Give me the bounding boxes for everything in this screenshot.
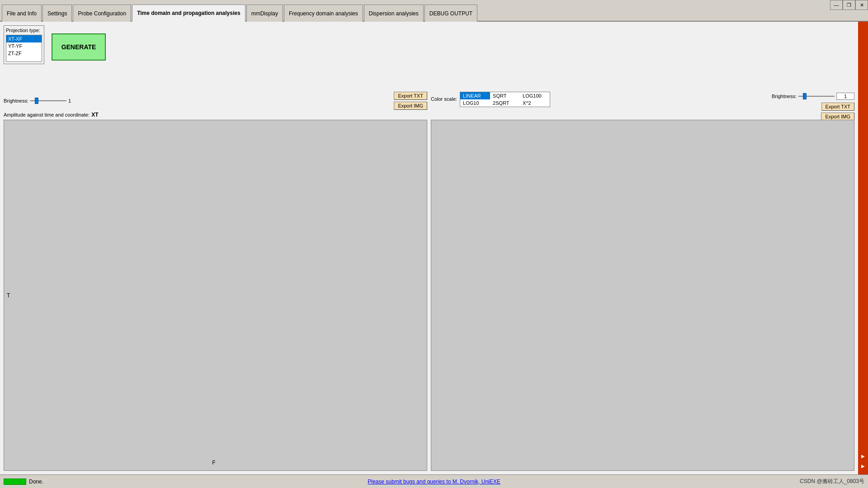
window-controls: — ❐ ✕ <box>830 0 868 10</box>
color-scale-label: Color scale: <box>431 96 457 102</box>
projection-item-ytyf[interactable]: YT-YF <box>6 42 42 50</box>
color-scale-linear[interactable]: LINEAR <box>460 92 490 99</box>
projection-item-ztzf[interactable]: ZT-ZF <box>6 50 42 57</box>
right-export-buttons: Export TXT Export IMG <box>772 103 854 121</box>
color-scale-2sqrt[interactable]: 2SQRT <box>490 99 520 107</box>
left-brightness-value: 1 <box>68 98 71 103</box>
tab-settings-label: Settings <box>47 10 67 17</box>
left-export-txt-button[interactable]: Export TXT <box>394 92 427 100</box>
sidebar-icon-2[interactable]: ▶ <box>859 462 867 470</box>
tab-settings[interactable]: Settings <box>42 5 72 22</box>
tab-time-domain-label: Time domain and propagation analysies <box>137 10 241 16</box>
right-top-right: Brightness: Export TXT Export IMG <box>772 92 854 121</box>
tab-mm-display[interactable]: mmDisplay <box>246 5 283 22</box>
status-credit: CSDN @搬砖工人_0803号 <box>800 478 864 485</box>
projection-list[interactable]: XT-XF YT-YF ZT-ZF <box>6 35 42 62</box>
left-amplitude-label: Amplitude against time and coordinate: <box>4 112 90 117</box>
right-plot-canvas <box>431 120 854 471</box>
close-button[interactable]: ✕ <box>855 0 868 10</box>
left-plot-canvas: T F <box>4 120 427 471</box>
color-scale-sqrt[interactable]: SQRT <box>490 92 520 99</box>
status-link[interactable]: Please submit bugs and queries to M. Dvo… <box>368 479 500 485</box>
main-content: Projection type: XT-XF YT-YF ZT-ZF GENER… <box>0 22 868 474</box>
left-export-img-button[interactable]: Export IMG <box>394 102 427 110</box>
progress-bar <box>4 479 26 485</box>
tab-dispersion[interactable]: Dispersion analysies <box>364 5 424 22</box>
tab-freq-domain-label: Frequency domain analysies <box>289 10 358 17</box>
tab-file-info-label: File and Info <box>7 10 37 17</box>
color-scale-log100[interactable]: LOG100 <box>520 92 550 99</box>
color-scale-x2[interactable]: X^2 <box>520 99 550 107</box>
status-text: Done. <box>29 479 43 485</box>
left-amplitude-type: XT <box>91 112 98 118</box>
right-sidebar: ▶ ▶ <box>858 22 868 474</box>
tab-bar: File and Info Settings Probe Configurati… <box>0 0 868 22</box>
tab-dispersion-label: Dispersion analysies <box>369 10 419 17</box>
tab-probe-config[interactable]: Probe Configuration <box>73 5 131 22</box>
tab-freq-domain[interactable]: Frequency domain analysies <box>284 5 363 22</box>
status-left: Done. <box>4 479 43 485</box>
left-export-buttons: Export TXT Export IMG <box>394 92 427 110</box>
right-slider-thumb <box>803 93 807 99</box>
top-controls: Projection type: XT-XF YT-YF ZT-ZF GENER… <box>4 25 864 64</box>
status-bar: Done. Please submit bugs and queries to … <box>0 474 868 488</box>
projection-label: Projection type: <box>6 28 42 33</box>
projection-box: Projection type: XT-XF YT-YF ZT-ZF <box>4 25 44 64</box>
generate-button[interactable]: GENERATE <box>52 33 106 61</box>
tab-debug-label: DEBUG OUTPUT <box>429 10 472 17</box>
right-brightness-label: Brightness: <box>772 94 797 99</box>
left-brightness-row: Brightness: 1 <box>4 96 71 105</box>
tab-mm-display-label: mmDisplay <box>251 10 278 17</box>
restore-button[interactable]: ❐ <box>843 0 855 10</box>
tab-probe-config-label: Probe Configuration <box>78 10 126 17</box>
left-axis-t-label: T <box>7 292 10 299</box>
right-export-txt-button[interactable]: Export TXT <box>821 103 854 111</box>
left-brightness-slider[interactable] <box>30 96 66 105</box>
color-scale-options: LINEAR SQRT LOG100 LOG10 2SQRT X^2 <box>460 92 550 107</box>
tab-file-info[interactable]: File and Info <box>2 5 42 22</box>
tab-time-domain[interactable]: Time domain and propagation analysies <box>132 5 245 22</box>
right-brightness-slider[interactable] <box>798 92 835 101</box>
tab-debug[interactable]: DEBUG OUTPUT <box>425 5 477 22</box>
left-panel: Brightness: 1 Export TXT Export IMG Ampl… <box>4 92 427 471</box>
right-top-left: Color scale: LINEAR SQRT LOG100 LOG10 2S… <box>431 92 550 108</box>
projection-item-xtxf[interactable]: XT-XF <box>6 35 42 42</box>
left-axis-f-label: F <box>212 460 215 466</box>
left-brightness-label: Brightness: <box>4 98 28 103</box>
right-brightness-input[interactable] <box>836 93 854 100</box>
color-scale-log10[interactable]: LOG10 <box>460 99 490 107</box>
right-panel: Color scale: LINEAR SQRT LOG100 LOG10 2S… <box>431 92 854 471</box>
minimize-button[interactable]: — <box>830 0 843 10</box>
sidebar-icon-1[interactable]: ▶ <box>859 452 867 460</box>
left-slider-thumb <box>35 98 38 104</box>
